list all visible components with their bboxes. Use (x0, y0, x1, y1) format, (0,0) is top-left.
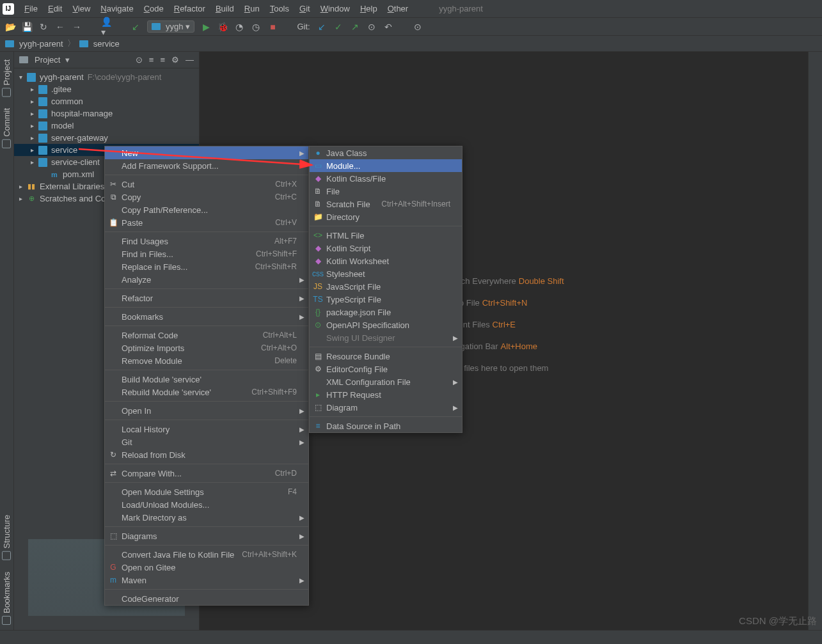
tab-structure[interactable]: Structure (1, 510, 13, 565)
menu-item-openapi-specification[interactable]: ⊙OpenAPI Specification (310, 318, 462, 331)
menu-item-optimize-imports[interactable]: Optimize ImportsCtrl+Alt+O (105, 342, 308, 354)
menu-item-module[interactable]: ▭Module... (310, 159, 462, 172)
menu-item-build-module-service[interactable]: Build Module 'service' (105, 373, 308, 386)
tree-folder-common[interactable]: ▸common (14, 95, 199, 107)
menu-item-directory[interactable]: 📁Directory (310, 210, 462, 223)
sync-icon[interactable]: ↻ (38, 22, 49, 32)
menu-item-reload-from-disk[interactable]: ↻Reload from Disk (105, 448, 308, 461)
menu-item-analyze[interactable]: Analyze▶ (105, 273, 308, 286)
tree-folder-model[interactable]: ▸model (14, 120, 199, 132)
menu-item-compare-with[interactable]: ⇄Compare With...Ctrl+D (105, 467, 308, 480)
menu-item-replace-in-files[interactable]: Replace in Files...Ctrl+Shift+R (105, 260, 308, 273)
menu-item-convert-java-file-to-kotlin-file[interactable]: Convert Java File to Kotlin FileCtrl+Alt… (105, 548, 308, 561)
menu-other[interactable]: Other (383, 1, 414, 16)
menu-tools[interactable]: Tools (265, 1, 294, 16)
menu-item-git[interactable]: Git▶ (105, 436, 308, 448)
menu-window[interactable]: Window (315, 1, 355, 16)
debug-icon[interactable]: 🐞 (217, 22, 228, 32)
tab-project[interactable]: Project (1, 54, 13, 102)
settings-icon[interactable]: ⚙ (171, 55, 179, 65)
project-view-title[interactable]: Project (35, 55, 60, 65)
menu-view[interactable]: View (67, 1, 95, 16)
menu-item-resource-bundle[interactable]: ▤Resource Bundle (310, 350, 462, 363)
menu-item-maven[interactable]: mMaven▶ (105, 574, 308, 586)
menu-item-reformat-code[interactable]: Reformat CodeCtrl+Alt+L (105, 329, 308, 342)
breadcrumb-root[interactable]: yygh-parent (19, 39, 63, 49)
menu-item-typescript-file[interactable]: TSTypeScript File (310, 293, 462, 306)
tree-root[interactable]: ▾ yygh-parent F:\code\yygh-parent (14, 71, 199, 83)
menu-item-diagrams[interactable]: ⬚Diagrams▶ (105, 530, 308, 542)
navigation-bar[interactable]: yygh-parent 〉 service (0, 36, 822, 52)
git-push-icon[interactable]: ↗ (350, 22, 360, 32)
menu-item-refactor[interactable]: Refactor▶ (105, 292, 308, 304)
menu-item-kotlin-worksheet[interactable]: ◆Kotlin Worksheet (310, 255, 462, 267)
menu-edit[interactable]: Edit (43, 1, 67, 16)
tree-folder-.gitee[interactable]: ▸.gitee (14, 83, 199, 95)
menu-item-bookmarks[interactable]: Bookmarks▶ (105, 310, 308, 323)
menu-build[interactable]: Build (210, 1, 239, 16)
run-icon[interactable]: ▶ (201, 22, 211, 32)
menu-item-new[interactable]: New▶ (105, 146, 308, 159)
menu-item-xml-configuration-file[interactable]: XML Configuration File▶ (310, 375, 462, 388)
tree-folder-server-gateway[interactable]: ▸server-gateway (14, 132, 199, 144)
open-icon[interactable]: 📂 (5, 22, 15, 32)
menu-item-html-file[interactable]: <>HTML File (310, 229, 462, 242)
expand-icon[interactable]: ≡ (149, 55, 154, 65)
menu-item-remove-module[interactable]: Remove ModuleDelete (105, 354, 308, 367)
git-rollback-icon[interactable]: ↶ (383, 22, 393, 32)
run-config-selector[interactable]: yygh▾ (147, 20, 194, 33)
menu-item-editorconfig-file[interactable]: ⚙EditorConfig File (310, 363, 462, 375)
menu-item-diagram[interactable]: ⬚Diagram▶ (310, 401, 462, 414)
stop-icon[interactable]: ■ (267, 22, 278, 32)
forward-icon[interactable]: → (72, 22, 82, 32)
menu-item-cut[interactable]: ✂CutCtrl+X (105, 178, 308, 191)
menu-git[interactable]: Git (294, 1, 315, 16)
menu-item-find-usages[interactable]: Find UsagesAlt+F7 (105, 235, 308, 247)
collapse-icon[interactable]: ≡ (160, 55, 165, 65)
menu-item-add-framework-support[interactable]: Add Framework Support... (105, 159, 308, 172)
menu-item-package-json-file[interactable]: {}package.json File (310, 306, 462, 318)
menu-run[interactable]: Run (239, 1, 265, 16)
menu-item-rebuild-module-service[interactable]: Rebuild Module 'service'Ctrl+Shift+F9 (105, 386, 308, 398)
hide-icon[interactable]: — (186, 55, 194, 65)
menu-item-data-source-in-path[interactable]: ≡Data Source in Path (310, 420, 462, 432)
tab-bookmarks[interactable]: Bookmarks (1, 567, 13, 630)
menu-file[interactable]: File (19, 1, 43, 16)
select-opened-icon[interactable]: ⊙ (136, 55, 143, 65)
menu-item-local-history[interactable]: Local History▶ (105, 423, 308, 436)
menu-refactor[interactable]: Refactor (169, 1, 210, 16)
menu-item-kotlin-script[interactable]: ◆Kotlin Script (310, 242, 462, 255)
menu-item-open-in[interactable]: Open In▶ (105, 404, 308, 417)
menu-item-open-on-gitee[interactable]: GOpen on Gitee (105, 561, 308, 574)
user-icon[interactable]: 👤▾ (101, 22, 111, 32)
menu-help[interactable]: Help (355, 1, 383, 16)
git-history-icon[interactable]: ⊙ (367, 22, 377, 32)
menu-code[interactable]: Code (139, 1, 169, 16)
save-icon[interactable]: 💾 (22, 22, 32, 32)
menu-item-find-in-files[interactable]: Find in Files...Ctrl+Shift+F (105, 247, 308, 260)
menu-item-load-unload-modules[interactable]: Load/Unload Modules... (105, 498, 308, 511)
menu-item-stylesheet[interactable]: cssStylesheet (310, 267, 462, 280)
menu-item-javascript-file[interactable]: JSJavaScript File (310, 280, 462, 293)
menu-item-copy[interactable]: ⧉CopyCtrl+C (105, 191, 308, 203)
menu-item-mark-directory-as[interactable]: Mark Directory as▶ (105, 511, 308, 524)
breadcrumb-service[interactable]: service (93, 39, 120, 49)
tab-commit[interactable]: Commit (1, 103, 13, 153)
menu-item-scratch-file[interactable]: 🗎Scratch FileCtrl+Alt+Shift+Insert (310, 198, 462, 210)
menu-item-copy-path-reference[interactable]: Copy Path/Reference... (105, 203, 308, 216)
menu-item-java-class[interactable]: ●Java Class (310, 146, 462, 159)
menu-item-kotlin-class-file[interactable]: ◆Kotlin Class/File (310, 172, 462, 185)
tree-folder-hospital-manage[interactable]: ▸hospital-manage (14, 107, 199, 120)
menu-item-open-module-settings[interactable]: Open Module SettingsF4 (105, 485, 308, 498)
menu-item-codegenerator[interactable]: CodeGenerator (105, 592, 308, 605)
menu-item-file[interactable]: 🗎File (310, 185, 462, 198)
menu-item-paste[interactable]: 📋PasteCtrl+V (105, 216, 308, 229)
git-commit-icon[interactable]: ✓ (333, 22, 344, 32)
coverage-icon[interactable]: ◔ (234, 22, 244, 32)
menu-navigate[interactable]: Navigate (95, 1, 138, 16)
git-pull-icon[interactable]: ↙ (317, 22, 327, 32)
back-icon[interactable]: ← (55, 22, 65, 32)
menu-item-http-request[interactable]: ▸HTTP Request (310, 388, 462, 401)
vcs-branch-icon[interactable]: ↙ (130, 22, 141, 32)
profile-icon[interactable]: ◷ (251, 22, 261, 32)
